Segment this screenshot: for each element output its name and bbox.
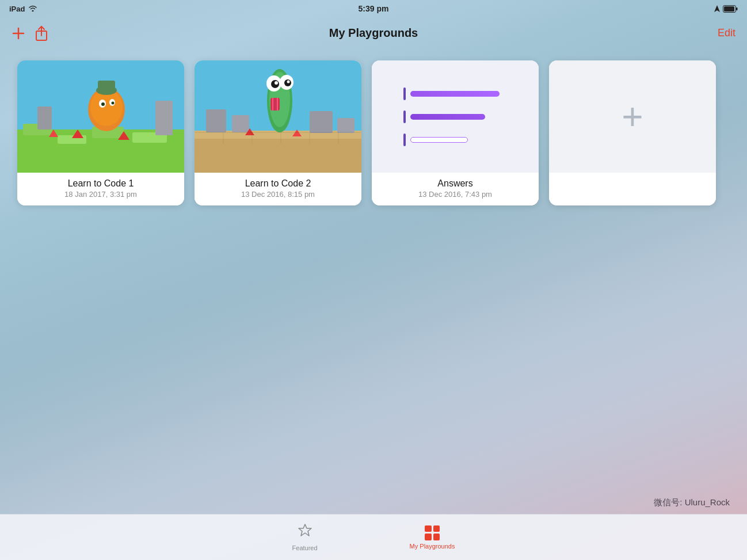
svg-rect-26 — [195, 135, 361, 173]
card-thumbnail-answers — [372, 60, 539, 173]
card-info-ltc2: Learn to Code 2 13 Dec 2016, 8:15 pm — [195, 173, 361, 205]
svg-rect-2 — [736, 7, 738, 10]
featured-tab-label: Featured — [292, 544, 318, 551]
status-bar: iPad 5:39 pm — [0, 0, 747, 17]
nav-right: Edit — [718, 27, 735, 39]
grid-cell-3 — [425, 534, 432, 540]
tab-my-playgrounds[interactable]: My Playgrounds — [410, 525, 455, 550]
share-button[interactable] — [36, 26, 47, 41]
svg-rect-28 — [206, 109, 226, 132]
card-title-answers: Answers — [380, 178, 531, 189]
card-info-new — [549, 173, 716, 205]
tab-featured[interactable]: Featured — [292, 523, 318, 551]
code-line-3 — [403, 134, 507, 146]
playground-card-learn-to-code-1[interactable]: Learn to Code 1 18 Jan 2017, 3:31 pm — [17, 60, 184, 205]
battery-icon — [723, 5, 738, 13]
code-line-2 — [403, 111, 507, 123]
page-title: My Playgrounds — [329, 26, 418, 40]
svg-rect-30 — [310, 111, 333, 133]
card-thumbnail-ltc1 — [17, 60, 184, 173]
svg-rect-1 — [724, 6, 734, 12]
wifi-icon — [28, 5, 37, 13]
grid-cell-1 — [425, 525, 432, 532]
grid-cell-2 — [433, 525, 440, 532]
cards-row: Learn to Code 1 18 Jan 2017, 3:31 pm — [17, 60, 730, 205]
content-area: Learn to Code 1 18 Jan 2017, 3:31 pm — [0, 49, 747, 217]
svg-rect-13 — [37, 106, 52, 129]
playground-card-answers[interactable]: Answers 13 Dec 2016, 7:43 pm — [372, 60, 539, 205]
featured-tab-icon — [298, 523, 312, 542]
new-playground-card[interactable]: + — [549, 60, 716, 205]
location-icon — [714, 5, 721, 13]
svg-rect-31 — [337, 118, 355, 133]
grid-icon — [425, 525, 440, 540]
grid-cell-4 — [433, 534, 440, 540]
svg-rect-29 — [232, 115, 249, 132]
card-title-ltc1: Learn to Code 1 — [25, 178, 176, 189]
card-thumbnail-ltc2 — [195, 60, 361, 173]
svg-point-39 — [287, 81, 290, 83]
code-line-1 — [403, 87, 507, 100]
watermark: 微信号: Uluru_Rock — [654, 497, 730, 508]
nav-bar: My Playgrounds Edit — [0, 17, 747, 49]
tab-bar: Featured My Playgrounds — [0, 514, 747, 560]
svg-marker-51 — [299, 524, 311, 536]
svg-point-19 — [112, 102, 115, 105]
playground-card-learn-to-code-2[interactable]: Learn to Code 2 13 Dec 2016, 8:15 pm — [195, 60, 361, 205]
svg-point-38 — [275, 81, 278, 85]
card-title-ltc2: Learn to Code 2 — [203, 178, 353, 189]
status-right — [714, 5, 738, 13]
svg-rect-21 — [98, 81, 115, 91]
svg-rect-40 — [270, 98, 280, 111]
carrier-label: iPad — [9, 5, 25, 13]
add-playground-button[interactable] — [12, 26, 25, 40]
card-date-new — [557, 190, 708, 199]
new-playground-plus-icon: + — [622, 98, 643, 135]
status-left: iPad — [9, 5, 37, 13]
card-title-new — [557, 178, 708, 189]
card-info-ltc1: Learn to Code 1 18 Jan 2017, 3:31 pm — [17, 173, 184, 205]
svg-rect-12 — [155, 101, 173, 135]
new-playground-thumbnail: + — [549, 60, 716, 173]
card-date-ltc1: 18 Jan 2017, 3:31 pm — [25, 190, 176, 199]
edit-button[interactable]: Edit — [718, 27, 735, 39]
card-info-answers: Answers 13 Dec 2016, 7:43 pm — [372, 173, 539, 205]
nav-left-buttons — [12, 26, 47, 41]
svg-point-18 — [101, 102, 105, 106]
my-playgrounds-tab-icon — [425, 525, 440, 540]
my-playgrounds-tab-label: My Playgrounds — [410, 543, 455, 550]
card-date-answers: 13 Dec 2016, 7:43 pm — [380, 190, 531, 199]
card-date-ltc2: 13 Dec 2016, 8:15 pm — [203, 190, 353, 199]
status-time: 5:39 pm — [359, 4, 389, 13]
